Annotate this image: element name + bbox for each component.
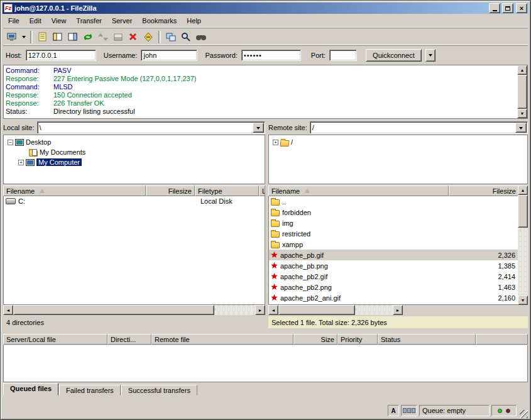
file-row[interactable]: ..: [269, 196, 518, 207]
column-header-status[interactable]: Status: [378, 334, 476, 345]
scroll-track[interactable]: [517, 75, 527, 109]
remote-site-dropdown-button[interactable]: [515, 123, 527, 133]
column-header-server-local-file[interactable]: Server/Local file: [3, 334, 107, 345]
tab-queued-files[interactable]: Queued files: [3, 383, 58, 395]
toggle-queue-button[interactable]: [111, 30, 126, 45]
column-header-filetype[interactable]: Filetype: [195, 185, 259, 196]
refresh-button[interactable]: [80, 30, 96, 45]
title-bar[interactable]: Fz john@127.0.0.1 - FileZilla ×: [3, 3, 528, 14]
toggle-remote-tree-button[interactable]: [65, 30, 80, 45]
tree-item-desktop[interactable]: − Desktop: [4, 137, 265, 147]
collapse-icon[interactable]: −: [8, 140, 13, 145]
local-site-combo[interactable]: \: [37, 121, 265, 134]
site-manager-dropdown-button[interactable]: [19, 30, 28, 45]
file-row[interactable]: forbidden: [269, 207, 518, 218]
menu-server[interactable]: Server: [107, 16, 137, 26]
socket-status-indicator[interactable]: [401, 405, 417, 416]
scroll-thumb[interactable]: [13, 305, 214, 315]
local-list-horizontal-scrollbar[interactable]: ◄ ►: [3, 305, 265, 315]
port-input[interactable]: [329, 50, 357, 61]
synchronized-browsing-button[interactable]: [194, 30, 209, 45]
file-row[interactable]: apache_pb2.png1,463: [269, 282, 518, 292]
message-log-pane[interactable]: Command:PASV Response:227 Entering Passi…: [3, 65, 528, 119]
host-input[interactable]: [26, 50, 96, 61]
scroll-down-arrow[interactable]: ▼: [517, 109, 527, 118]
password-input[interactable]: [241, 50, 301, 61]
scroll-right-arrow[interactable]: ►: [255, 305, 265, 315]
column-header-last-modified[interactable]: L: [259, 185, 265, 196]
menu-view[interactable]: View: [47, 16, 72, 26]
file-name: apache_pb2.png: [280, 284, 332, 291]
file-row[interactable]: apache_pb2.gif2,414: [269, 271, 518, 282]
column-header-filesize[interactable]: Filesize: [449, 185, 519, 196]
transfer-type-indicator[interactable]: A: [388, 405, 399, 416]
column-label: L: [262, 187, 265, 195]
toggle-message-log-button[interactable]: [35, 30, 50, 45]
expand-icon[interactable]: +: [18, 160, 24, 165]
maximize-button[interactable]: [502, 3, 513, 13]
tab-failed-transfers[interactable]: Failed transfers: [59, 385, 121, 395]
sort-ascending-icon: [40, 189, 45, 193]
menu-help[interactable]: Help: [182, 16, 206, 26]
close-button[interactable]: ×: [516, 3, 527, 13]
disconnect-button[interactable]: [141, 30, 156, 45]
menu-file[interactable]: File: [3, 16, 25, 26]
scroll-left-arrow[interactable]: ◄: [3, 305, 13, 315]
scroll-thumb[interactable]: [518, 195, 528, 228]
scroll-track[interactable]: [13, 305, 255, 315]
quickconnect-button[interactable]: Quickconnect: [366, 49, 422, 62]
quickconnect-dropdown-button[interactable]: [425, 49, 435, 62]
scroll-track[interactable]: [518, 195, 528, 296]
menu-bookmarks[interactable]: Bookmarks: [137, 16, 182, 26]
expand-icon[interactable]: +: [273, 140, 278, 145]
toggle-local-tree-button[interactable]: [50, 30, 65, 45]
column-header-size[interactable]: Size: [293, 334, 337, 345]
file-row[interactable]: img: [269, 218, 518, 228]
site-manager-button[interactable]: [4, 30, 19, 45]
scroll-right-arrow[interactable]: ►: [393, 305, 403, 315]
file-row[interactable]: restricted: [269, 228, 518, 239]
scroll-thumb[interactable]: [517, 75, 527, 109]
local-site-dropdown-button[interactable]: [253, 123, 264, 133]
column-header-priority[interactable]: Priority: [337, 334, 378, 345]
minimize-button[interactable]: [489, 3, 500, 13]
scroll-up-arrow[interactable]: ▲: [518, 185, 528, 195]
resize-grip[interactable]: [520, 410, 528, 418]
process-queue-button[interactable]: [96, 30, 111, 45]
column-header-filename[interactable]: Filename: [268, 185, 449, 196]
file-row[interactable]: apache_pb2_ani.gif2,160: [269, 292, 518, 303]
column-header-remote-file[interactable]: Remote file: [151, 334, 293, 345]
scroll-track[interactable]: [278, 305, 393, 315]
file-row[interactable]: C: Local Disk: [4, 196, 265, 206]
tree-item-my-computer[interactable]: + My Computer: [4, 157, 265, 167]
remote-site-combo[interactable]: /: [310, 121, 528, 134]
log-vertical-scrollbar[interactable]: ▲ ▼: [517, 65, 527, 118]
site-manager-icon: [6, 31, 18, 43]
filezilla-logo-icon[interactable]: Fz: [4, 4, 13, 13]
log-line: Response:150 Connection accepted: [6, 91, 515, 99]
file-row[interactable]: xampp: [269, 239, 518, 250]
remote-list-vertical-scrollbar[interactable]: ▲ ▼: [518, 185, 528, 305]
file-row[interactable]: apache_pb.png1,385: [269, 260, 518, 271]
scroll-thumb[interactable]: [278, 305, 355, 315]
scroll-up-arrow[interactable]: ▲: [517, 65, 527, 75]
tree-item-root[interactable]: + /: [269, 137, 527, 147]
column-header-filename[interactable]: Filename: [3, 185, 146, 196]
transfer-queue-list[interactable]: [3, 345, 528, 382]
tab-successful-transfers[interactable]: Successful transfers: [121, 385, 197, 395]
find-files-button[interactable]: [178, 30, 194, 45]
directory-comparison-button[interactable]: [163, 30, 178, 45]
file-row-selected[interactable]: apache_pb.gif2,326: [269, 250, 518, 260]
tree-item-my-documents[interactable]: My Documents: [4, 147, 265, 157]
remote-list-horizontal-scrollbar[interactable]: ◄ ►: [268, 305, 403, 315]
username-input[interactable]: [141, 50, 197, 61]
menu-transfer[interactable]: Transfer: [71, 16, 107, 26]
column-header-filesize[interactable]: Filesize: [146, 185, 195, 196]
menu-edit[interactable]: Edit: [25, 16, 47, 26]
file-size: 1,463: [449, 284, 518, 291]
column-header-direction[interactable]: Directi...: [107, 334, 151, 345]
tree-label: Desktop: [26, 138, 51, 146]
scroll-down-arrow[interactable]: ▼: [518, 296, 528, 305]
scroll-left-arrow[interactable]: ◄: [268, 305, 278, 315]
cancel-button[interactable]: [126, 30, 141, 45]
